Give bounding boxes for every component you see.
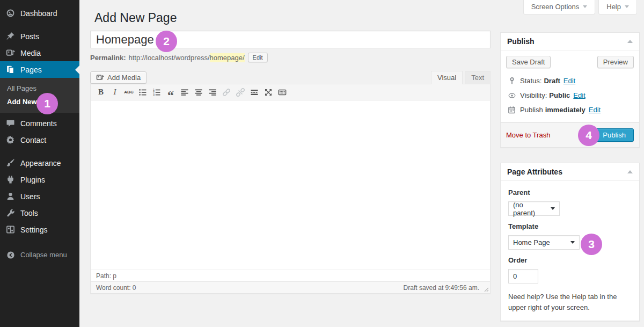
sidebar-item-label: Tools xyxy=(20,209,38,217)
sidebar-item-label: Plugins xyxy=(20,176,45,184)
editor-content-area[interactable] xyxy=(91,100,490,270)
fullscreen-button[interactable] xyxy=(261,86,275,99)
editor-path-bar: Path: p xyxy=(91,270,490,281)
comments-icon xyxy=(5,119,16,128)
sidebar-item-label: Dashboard xyxy=(20,9,57,18)
sidebar-item-plugins[interactable]: Plugins xyxy=(0,171,79,188)
publish-time-label: Publish xyxy=(520,106,543,114)
order-input[interactable] xyxy=(508,269,538,284)
calendar-icon xyxy=(507,106,516,114)
editor-resize-handle[interactable] xyxy=(483,286,489,292)
panel-toggle-icon[interactable] xyxy=(627,40,633,43)
sidebar-item-label: Posts xyxy=(20,32,39,41)
kitchen-sink-button[interactable] xyxy=(275,86,289,99)
status-pin-icon xyxy=(507,77,516,85)
collapse-arrow-icon xyxy=(5,250,16,259)
order-label: Order xyxy=(508,256,632,264)
sidebar-item-comments[interactable]: Comments xyxy=(0,115,79,132)
screen-options-label: Screen Options xyxy=(531,3,580,11)
add-media-label: Add Media xyxy=(107,74,141,82)
publish-time-value: immediately xyxy=(545,106,586,114)
schedule-row: Publish immediately Edit xyxy=(506,103,634,117)
help-button[interactable]: Help xyxy=(598,0,637,14)
panel-toggle-icon[interactable] xyxy=(627,170,633,173)
sidebar-item-dashboard[interactable]: Dashboard xyxy=(0,5,79,21)
permalink-slug: homepage/ xyxy=(210,53,245,62)
numbered-list-button[interactable]: 123 xyxy=(150,86,164,99)
parent-select[interactable]: (no parent) xyxy=(508,201,560,216)
more-tag-button[interactable] xyxy=(247,86,261,99)
svg-text:3: 3 xyxy=(153,93,155,97)
status-row: Status: Draft Edit xyxy=(506,74,634,88)
sidebar-item-contact[interactable]: Contact xyxy=(0,132,79,148)
screen-options-button[interactable]: Screen Options xyxy=(523,0,596,14)
draft-saved-status: Draft saved at 9:49:56 am. xyxy=(404,284,479,292)
unlink-button[interactable] xyxy=(233,86,247,99)
annotation-circle-2: 2 xyxy=(156,31,177,52)
sidebar-item-label: Users xyxy=(20,192,40,201)
pages-icon xyxy=(5,65,16,74)
collapse-menu-label: Collapse menu xyxy=(20,251,67,259)
sidebar-item-media[interactable]: Media xyxy=(0,45,79,61)
link-button[interactable] xyxy=(219,86,233,99)
settings-column: Publish Save Draft Preview Status: Draft… xyxy=(500,32,640,321)
strikethrough-button[interactable]: ABC xyxy=(122,86,136,99)
permalink-label: Permalink: xyxy=(90,54,126,62)
blockquote-button[interactable]: “ xyxy=(164,86,178,99)
page-attributes-title: Page Attributes xyxy=(507,168,562,176)
sidebar-item-label: Settings xyxy=(20,226,48,234)
template-select[interactable]: Home Page xyxy=(508,235,580,250)
editor-column: Permalink: http://localhost/wordpress/ho… xyxy=(90,31,491,294)
tab-text[interactable]: Text xyxy=(465,71,491,84)
page-attributes-panel: Page Attributes Parent (no parent) Templ… xyxy=(500,163,640,321)
parent-label: Parent xyxy=(508,188,632,197)
move-to-trash-link[interactable]: Move to Trash xyxy=(506,131,550,139)
help-label: Help xyxy=(606,3,621,11)
sidebar-item-pages[interactable]: Pages xyxy=(0,61,79,78)
status-label: Status: xyxy=(520,77,541,85)
bullet-list-button[interactable] xyxy=(136,86,150,99)
page-attributes-header[interactable]: Page Attributes xyxy=(501,163,639,181)
add-media-icon xyxy=(96,74,104,82)
content-editor: B I ABC 123 “ xyxy=(90,84,491,294)
bold-button[interactable]: B xyxy=(94,86,108,99)
publish-panel-header[interactable]: Publish xyxy=(501,33,639,50)
sidebar-item-tools[interactable]: Tools xyxy=(0,205,79,221)
sidebar-item-posts[interactable]: Posts xyxy=(0,28,79,45)
italic-button[interactable]: I xyxy=(108,86,122,99)
align-left-button[interactable] xyxy=(178,86,192,99)
annotation-circle-4: 4 xyxy=(578,125,599,146)
posts-icon xyxy=(5,32,16,41)
publish-button[interactable]: Publish xyxy=(595,128,634,142)
status-value: Draft xyxy=(544,77,560,85)
collapse-menu-button[interactable]: Collapse menu xyxy=(0,246,79,263)
sidebar-item-settings[interactable]: Settings xyxy=(0,221,79,238)
preview-button[interactable]: Preview xyxy=(597,56,634,68)
admin-sidebar: Dashboard Posts Media Pages All Pages Ad… xyxy=(0,0,79,327)
visibility-label: Visibility: xyxy=(520,91,547,99)
post-title-input[interactable] xyxy=(90,31,491,48)
submenu-item-all-pages[interactable]: All Pages xyxy=(0,82,79,95)
sidebar-separator xyxy=(0,21,79,28)
page-attributes-help-text: Need help? Use the Help tab in the upper… xyxy=(508,292,632,313)
save-draft-button[interactable]: Save Draft xyxy=(506,56,551,68)
publish-panel-title: Publish xyxy=(507,37,535,46)
sidebar-item-label: Contact xyxy=(20,136,46,144)
permalink-edit-button[interactable]: Edit xyxy=(248,53,268,62)
sidebar-item-label: Appearance xyxy=(20,159,61,168)
page-title: Add New Page xyxy=(94,11,177,25)
appearance-icon xyxy=(5,158,16,168)
align-center-button[interactable] xyxy=(192,86,206,99)
add-media-button[interactable]: Add Media xyxy=(90,71,147,84)
visibility-edit-link[interactable]: Edit xyxy=(573,91,585,99)
caret-down-icon xyxy=(583,5,587,8)
tools-icon xyxy=(5,208,16,217)
sidebar-item-users[interactable]: Users xyxy=(0,188,79,205)
publish-panel: Publish Save Draft Preview Status: Draft… xyxy=(500,32,640,148)
settings-icon xyxy=(5,225,16,234)
align-right-button[interactable] xyxy=(206,86,219,99)
status-edit-link[interactable]: Edit xyxy=(564,77,575,85)
publish-time-edit-link[interactable]: Edit xyxy=(589,106,601,114)
sidebar-item-appearance[interactable]: Appearance xyxy=(0,155,79,171)
tab-visual[interactable]: Visual xyxy=(431,71,463,84)
